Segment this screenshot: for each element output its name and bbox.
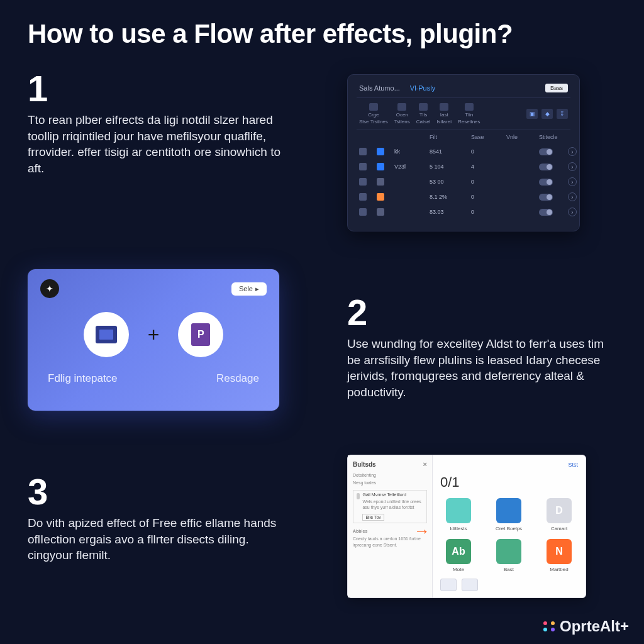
- badge-bass[interactable]: Bass: [545, 84, 568, 92]
- step-1-text: Tto rean plber eifrects da ligi notdil s…: [28, 112, 292, 177]
- table-row[interactable]: kk 8541 0 ›: [357, 144, 570, 159]
- row-icon: [359, 148, 367, 155]
- tile-icon: [446, 498, 471, 523]
- table-row[interactable]: 53 00 0 ›: [357, 174, 570, 189]
- step-3-number: 3: [28, 474, 297, 510]
- card-label-2: Resdage: [216, 372, 259, 385]
- link-stst[interactable]: Stst: [568, 462, 578, 468]
- avatar-icon: ✦: [40, 279, 59, 298]
- app-window-light: Bultsds × Detsltehting Nesg toales Gall …: [347, 455, 586, 598]
- row-icon: [359, 193, 367, 201]
- p-icon: P: [191, 323, 210, 346]
- info-box: Gall Mvrnse Teltettiord Wels epond unttt…: [353, 490, 427, 523]
- app-circle-1: [84, 312, 129, 357]
- table-row[interactable]: 83.03 0 ›: [357, 204, 570, 219]
- step-3: 3 Do vith apized effect of Free effic el…: [28, 474, 297, 598]
- table-row[interactable]: 8.1 2% 0 ›: [357, 189, 570, 204]
- chip-sele[interactable]: Sele▸: [231, 282, 267, 296]
- toggle[interactable]: [539, 148, 553, 155]
- small-tile[interactable]: [462, 579, 478, 591]
- tile-icon: [496, 539, 521, 564]
- tile-icon: Ab: [446, 539, 471, 564]
- app-tile[interactable]: Idittests: [440, 498, 477, 531]
- more-icon[interactable]: ›: [568, 147, 577, 156]
- action-icon[interactable]: ↧: [557, 109, 568, 119]
- tile-icon: D: [547, 498, 572, 523]
- step-1-number: 1: [28, 70, 297, 107]
- action-icon[interactable]: ▣: [526, 109, 538, 119]
- tb-icon[interactable]: [369, 103, 378, 111]
- plus-icon: +: [148, 323, 160, 347]
- tile-icon: N: [547, 539, 572, 564]
- step-2-text: Use wundlng for excelitey Aldst to ferr'…: [347, 336, 611, 401]
- row-icon: [359, 163, 367, 170]
- tb-icon[interactable]: [397, 103, 406, 111]
- small-tile[interactable]: [440, 579, 457, 591]
- toolbar: CrgeSlse Trstines OcenTstlens TlisCatsel…: [357, 98, 570, 130]
- app-window-dark: Sals Atumo... Vl-Pusly Bass CrgeSlse Trs…: [347, 74, 580, 231]
- tab-sales[interactable]: Sals Atumo...: [359, 84, 400, 92]
- card-label-1: Fdlig intepatce: [48, 372, 118, 385]
- tb-icon[interactable]: [419, 103, 428, 111]
- action-icon[interactable]: ◆: [541, 109, 553, 119]
- tab-vl[interactable]: Vl-Pusly: [410, 84, 435, 92]
- row-icon: [377, 193, 384, 201]
- brand-logo: OprteAlt+: [543, 618, 629, 635]
- sidebar-title: Bultsds: [353, 461, 376, 468]
- step-3-text: Do vith apized effect of Free effic ella…: [28, 515, 292, 564]
- tb-icon[interactable]: [440, 103, 448, 111]
- more-icon[interactable]: ›: [568, 177, 577, 186]
- page-title: How to use a Flow after effects, plugin?: [28, 19, 616, 49]
- row-icon: [377, 148, 384, 155]
- table-header: Filt Sase Vnle Stitecle: [357, 130, 570, 144]
- step-2: 2 Use wundlng for excelitey Aldst to fer…: [347, 294, 616, 411]
- main-pane: Stst 0/1 Idittests Oret BoelpsD CamartAb…: [433, 455, 586, 597]
- app-circle-2: P: [178, 312, 223, 357]
- close-icon[interactable]: ×: [423, 460, 427, 468]
- app-tile[interactable]: N Martbed: [541, 539, 577, 572]
- row-icon: [377, 178, 384, 186]
- row-icon: [359, 208, 367, 216]
- arrow-icon: →: [414, 521, 430, 541]
- gradient-card: ✦ Sele▸ + P Fdlig intepatce Resdage: [28, 269, 279, 411]
- toggle[interactable]: [539, 194, 553, 201]
- btn-bile[interactable]: Bile Tov: [362, 514, 384, 521]
- toggle[interactable]: [539, 164, 553, 170]
- row-icon: [377, 208, 384, 216]
- row-icon: [359, 178, 367, 186]
- toggle[interactable]: [539, 209, 553, 216]
- app-tile[interactable]: Bast: [491, 539, 527, 572]
- app-tile[interactable]: Oret Boelps: [491, 498, 527, 531]
- toggle[interactable]: [539, 179, 553, 186]
- tb-icon[interactable]: [465, 103, 474, 111]
- table-row[interactable]: V23l 5 104 4 ›: [357, 159, 570, 174]
- app-tile[interactable]: D Camart: [541, 498, 577, 531]
- more-icon[interactable]: ›: [568, 192, 577, 201]
- step-1: 1 Tto rean plber eifrects da ligi notdil…: [28, 70, 297, 231]
- counter: 0/1: [440, 474, 578, 491]
- more-icon[interactable]: ›: [568, 208, 577, 216]
- tile-icon: [496, 498, 521, 523]
- app-tile[interactable]: Ab Mote: [440, 539, 477, 572]
- more-icon[interactable]: ›: [568, 162, 577, 171]
- step-2-number: 2: [347, 294, 616, 331]
- row-icon: [377, 163, 384, 170]
- screen-icon: [96, 326, 117, 343]
